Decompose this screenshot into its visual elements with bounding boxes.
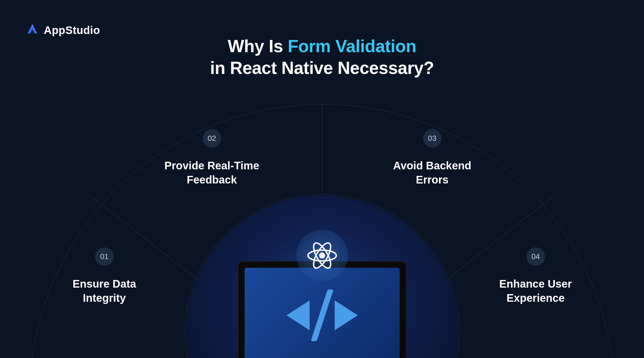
code-brackets-icon — [286, 289, 358, 341]
title-line-1: Why Is Form Validation — [210, 35, 434, 57]
title-prefix: Why Is — [228, 36, 288, 56]
segment-02: 02 Provide Real-Time Feedback — [151, 129, 273, 187]
react-badge — [296, 230, 348, 281]
segment-label: Avoid Backend Errors — [371, 158, 494, 187]
segment-number: 03 — [423, 129, 442, 148]
react-atom-icon — [304, 238, 340, 273]
segment-03: 03 Avoid Backend Errors — [371, 129, 494, 187]
radial-diagram: 01 Ensure Data Integrity 02 Provide Real… — [23, 101, 621, 358]
segment-01: 01 Ensure Data Integrity — [57, 247, 152, 305]
segment-label: Enhance User Experience — [484, 277, 587, 305]
segment-number: 04 — [526, 247, 545, 266]
svg-point-0 — [319, 253, 325, 259]
logo-mark-icon — [26, 23, 39, 37]
segment-label: Ensure Data Integrity — [57, 277, 152, 305]
title-highlight: Form Validation — [288, 36, 416, 56]
segment-number: 01 — [95, 247, 114, 266]
brand-name: AppStudio — [44, 24, 100, 36]
segment-number: 02 — [203, 129, 221, 148]
segment-label: Provide Real-Time Feedback — [151, 158, 273, 187]
segment-04: 04 Enhance User Experience — [484, 247, 587, 305]
page-title: Why Is Form Validation in React Native N… — [210, 35, 434, 79]
divider-center — [322, 104, 322, 196]
brand-logo: AppStudio — [26, 23, 100, 37]
title-line-2: in React Native Necessary? — [210, 57, 434, 79]
